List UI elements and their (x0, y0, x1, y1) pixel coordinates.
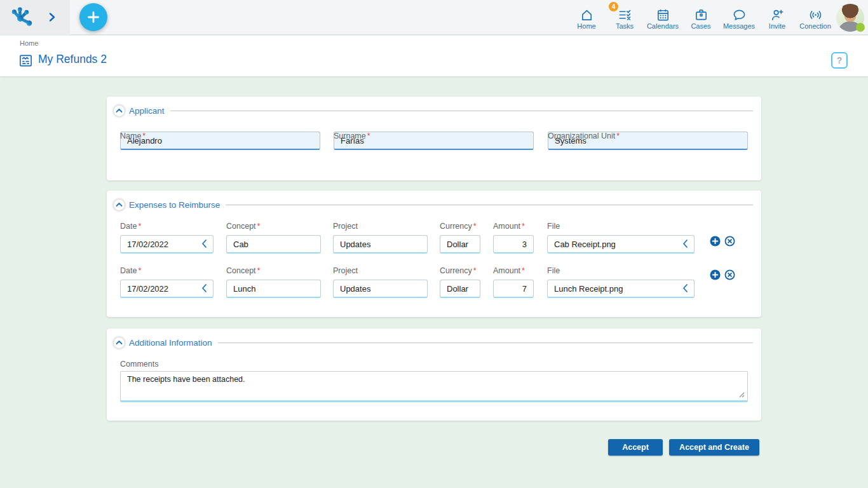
add-row-icon[interactable] (710, 269, 721, 280)
filepicker-chevron-icon[interactable] (682, 239, 689, 248)
datepicker-chevron-icon[interactable] (201, 239, 208, 248)
currency-label: Currency* (440, 222, 480, 231)
tasks-count-badge: 4 (609, 2, 618, 11)
file-label: File (547, 222, 695, 231)
concept-input-row2[interactable] (226, 280, 321, 298)
nav-label: Calendars (647, 23, 679, 30)
required-marker: * (138, 266, 141, 275)
section-divider (226, 205, 753, 205)
required-marker: * (522, 266, 525, 275)
file-input-row1[interactable] (547, 235, 695, 254)
collapse-additional-button[interactable] (114, 337, 125, 348)
date-input-row1[interactable] (120, 235, 214, 254)
filepicker-chevron-icon[interactable] (682, 283, 689, 293)
additional-information-panel: Additional Information Comments The rece… (107, 329, 761, 421)
surname-label: Surname* (334, 132, 370, 140)
page-title: My Refunds 2 (38, 53, 107, 66)
expense-row-1-project-group: Project (333, 222, 428, 254)
comments-label: Comments (120, 360, 158, 369)
nav-item-calendars[interactable]: Calendars (644, 0, 682, 35)
nav-item-invite[interactable]: Invite (758, 0, 796, 35)
required-marker: * (473, 222, 477, 231)
expense-row-1-actions (710, 236, 735, 247)
accept-button[interactable]: Accept (608, 439, 663, 456)
expense-row-2-amount-group: Amount* (493, 266, 534, 298)
required-marker: * (616, 132, 620, 140)
project-label: Project (333, 266, 428, 275)
textarea-resize-handle[interactable] (739, 392, 745, 398)
nav-item-messages[interactable]: Messages (720, 0, 758, 35)
amount-input-row2[interactable] (493, 280, 534, 298)
name-label: Name* (120, 132, 146, 140)
project-label: Project (333, 222, 428, 231)
chat-bubble-icon (731, 8, 747, 22)
collapse-expenses-button[interactable] (114, 200, 125, 210)
required-marker: * (522, 222, 525, 231)
required-marker: * (257, 266, 261, 275)
home-icon (579, 8, 595, 22)
sidebar-expand-chevron-icon[interactable] (48, 12, 56, 25)
remove-row-icon[interactable] (724, 236, 735, 247)
datepicker-chevron-icon[interactable] (201, 283, 208, 293)
nav-label: Cases (691, 23, 710, 30)
date-input-row2[interactable] (120, 280, 214, 298)
name-input[interactable] (120, 132, 320, 150)
signal-waves-icon (808, 8, 824, 22)
nav-label: Tasks (616, 23, 634, 30)
expense-row-2-project-group: Project (333, 266, 428, 298)
amount-label: Amount* (493, 222, 534, 231)
nav-label: Messages (723, 23, 755, 30)
calendar-icon (655, 8, 671, 22)
currency-input-row2[interactable] (440, 280, 480, 298)
expense-row-1-currency-group: Currency* (440, 222, 480, 254)
top-bar: Home 4 Tasks (0, 0, 868, 35)
applicant-panel: Applicant Name* Surname* Organizational … (107, 97, 761, 180)
app-window: Home 4 Tasks (0, 0, 868, 488)
nav-item-tasks[interactable]: 4 Tasks (606, 0, 644, 35)
logo-section (0, 0, 70, 35)
collapse-applicant-button[interactable] (114, 105, 125, 116)
nav-label: Conection (799, 23, 831, 30)
nav-item-cases[interactable]: Cases (682, 0, 720, 35)
section-title: Additional Information (129, 338, 212, 348)
concept-label: Concept* (226, 222, 321, 231)
amount-label: Amount* (493, 266, 534, 275)
project-input-row2[interactable] (333, 280, 428, 298)
nav-item-home[interactable]: Home (567, 0, 606, 35)
accept-and-create-button[interactable]: Accept and Create (669, 439, 759, 456)
user-avatar[interactable] (836, 4, 864, 32)
nav-label: Home (577, 23, 595, 30)
comments-textarea[interactable]: The receipts have been attached. (120, 371, 748, 402)
currency-input-row1[interactable] (440, 235, 480, 254)
expense-row-2-file-group: File (547, 266, 695, 298)
page-header: Home My Refunds 2 ? (0, 36, 868, 76)
breadcrumb[interactable]: Home (20, 39, 38, 47)
expense-row-1-date-group: Date* (120, 222, 214, 254)
form-icon (18, 53, 33, 71)
nav-label: Invite (769, 23, 785, 30)
remove-row-icon[interactable] (724, 269, 735, 280)
file-input-row2[interactable] (547, 280, 695, 298)
project-input-row1[interactable] (333, 235, 428, 254)
amount-input-row1[interactable] (493, 235, 534, 254)
additional-section-header: Additional Information (114, 337, 753, 348)
nav-item-conection[interactable]: Conection (796, 0, 834, 35)
help-button[interactable]: ? (831, 52, 848, 69)
organizational-unit-label: Organizational Unit* (548, 132, 620, 140)
top-navigation: Home 4 Tasks (567, 0, 834, 35)
section-divider (170, 111, 753, 111)
section-title: Expenses to Reimburse (129, 200, 220, 210)
new-case-button[interactable] (79, 3, 107, 31)
expense-row-1-concept-group: Concept* (226, 222, 321, 254)
online-status-dot (856, 23, 865, 32)
invite-person-add-icon (770, 8, 785, 22)
file-label: File (547, 266, 695, 275)
add-row-icon[interactable] (710, 236, 721, 247)
required-marker: * (367, 132, 370, 140)
organizational-unit-field-group: Organizational Unit* (548, 132, 748, 150)
required-marker: * (473, 266, 477, 275)
section-title: Applicant (129, 106, 165, 116)
concept-input-row1[interactable] (226, 235, 321, 254)
flokzu-logo-icon[interactable] (10, 5, 36, 30)
expenses-section-header: Expenses to Reimburse (114, 199, 753, 210)
